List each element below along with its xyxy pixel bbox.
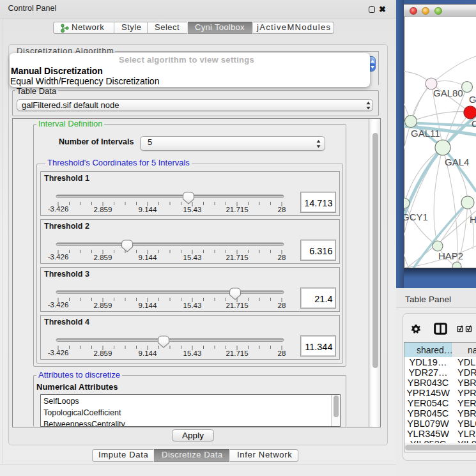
svg-text:H: H bbox=[470, 214, 476, 225]
svg-text:C: C bbox=[472, 118, 476, 129]
svg-text:GCY1: GCY1 bbox=[404, 211, 428, 222]
svg-text:GAL4: GAL4 bbox=[445, 157, 469, 167]
svg-text:GAL11: GAL11 bbox=[411, 128, 440, 139]
svg-text:GA: GA bbox=[469, 94, 476, 105]
svg-text:GAL80: GAL80 bbox=[433, 88, 463, 98]
svg-text:HAP2: HAP2 bbox=[438, 250, 463, 261]
